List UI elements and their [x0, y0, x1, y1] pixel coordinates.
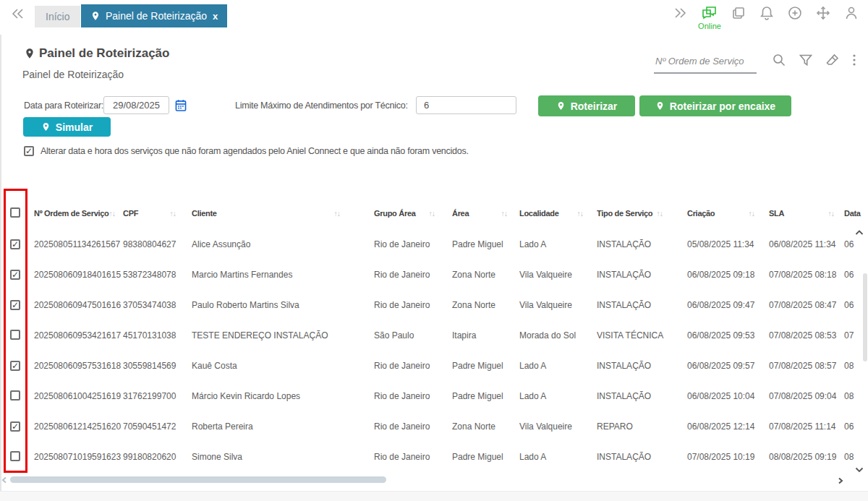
col-cpf[interactable]: CPF↑↓ — [123, 197, 192, 229]
alter-checkbox[interactable]: ✓ — [24, 146, 34, 156]
row-checkbox[interactable]: ✓ — [10, 421, 20, 432]
cell-ordem-servico: 202508060953421617 — [34, 320, 123, 351]
sort-icon[interactable]: ↑↓ — [828, 209, 835, 218]
cell-localidade: Vila Valqueire — [519, 260, 597, 290]
cell-sla: 07/08/2025 08:53 — [769, 320, 844, 351]
cell-grupo-area: Rio de Janeiro — [374, 351, 452, 381]
tab-inicio[interactable]: Início — [35, 6, 80, 27]
collapse-tabs-icon[interactable] — [9, 6, 25, 22]
col-criacao[interactable]: Criação↑↓ — [687, 197, 769, 229]
scroll-down-icon[interactable] — [855, 467, 864, 473]
bell-icon[interactable] — [759, 5, 775, 21]
table-row[interactable]: ✓ 202508060947501616 37053474038 Paulo R… — [0, 290, 868, 320]
simular-button[interactable]: Simular — [23, 117, 111, 137]
sort-icon[interactable]: ↑↓ — [429, 209, 435, 218]
row-checkbox[interactable]: ✓ — [10, 270, 20, 280]
col-localidade[interactable]: Localidade↑↓ — [519, 197, 597, 229]
table-row[interactable]: ✓ 202508060918401615 53872348078 Marcio … — [0, 260, 868, 290]
cell-cpf: 99180820620 — [123, 442, 192, 472]
sort-icon[interactable]: ↑↓ — [577, 209, 584, 218]
scroll-up-icon[interactable] — [855, 230, 864, 236]
more-vertical-icon[interactable] — [852, 52, 856, 68]
limit-label: Limite Máximo de Atendimentos por Técnic… — [235, 100, 408, 111]
sort-icon[interactable]: ↑↓ — [657, 209, 663, 218]
cell-criacao: 06/08/2025 09:18 — [687, 260, 769, 290]
row-checkbox[interactable] — [10, 330, 20, 340]
search-input[interactable]: Nº Ordem de Serviço — [654, 48, 757, 74]
tab-close-icon[interactable]: x — [213, 11, 218, 22]
roteirizar-encaixe-label: Roteirizar por encaixe — [670, 100, 775, 112]
row-checkbox[interactable]: ✓ — [10, 361, 20, 371]
cell-criacao: 06/08/2025 10:04 — [687, 381, 769, 411]
sort-icon[interactable]: ↑↓ — [334, 209, 341, 218]
table-body: ✓ 202508051134261567 98380804627 Alice A… — [0, 229, 868, 472]
cell-localidade: Vila Valqueire — [519, 290, 597, 320]
cell-tipo-servico: INSTALAÇÃO — [597, 229, 687, 260]
table-row[interactable]: ✓ 202508060957531618 30559814569 Kauê Co… — [0, 351, 868, 381]
routing-form: Data para Roteirizar: 29/08/2025 Limite … — [22, 96, 864, 117]
move-icon[interactable] — [815, 5, 831, 21]
cell-cpf: 37053474038 — [123, 290, 192, 320]
table-row[interactable]: ✓ 202508061214251620 70590451472 Roberta… — [0, 411, 868, 442]
search-icon[interactable] — [771, 52, 787, 68]
chat-icon[interactable]: Online — [701, 5, 718, 21]
cell-tipo-servico: REPARO — [597, 411, 687, 442]
cell-data: 06 — [844, 411, 868, 442]
row-checkbox[interactable] — [10, 390, 20, 401]
tab-painel-roteirizacao[interactable]: Painel de Roteirização x — [81, 4, 227, 27]
col-sla[interactable]: SLA↑↓ — [769, 197, 844, 229]
row-checkbox[interactable]: ✓ — [10, 239, 20, 249]
page-title-label: Painel de Roteirização — [39, 46, 169, 61]
cell-tipo-servico: INSTALAÇÃO — [597, 442, 687, 472]
cell-criacao: 05/08/2025 11:34 — [687, 229, 769, 260]
table-row[interactable]: 202508071019591623 99180820620 Simone Si… — [0, 442, 868, 472]
cell-cpf: 45170131038 — [123, 320, 192, 351]
cell-cpf: 98380804627 — [123, 229, 192, 260]
cell-cpf: 30559814569 — [123, 351, 192, 381]
pin-icon — [41, 122, 51, 132]
filter-icon[interactable] — [799, 52, 813, 68]
roteirizar-button[interactable]: Roteirizar — [538, 95, 635, 116]
vertical-scrollbar-thumb[interactable] — [863, 273, 867, 361]
sort-icon[interactable]: ↑↓ — [109, 209, 115, 218]
cell-cliente: Paulo Roberto Martins Silva — [192, 290, 374, 320]
cell-ordem-servico: 202508051134261567 — [34, 229, 123, 260]
row-checkbox[interactable]: ✓ — [10, 300, 20, 310]
toolbar: Online — [673, 5, 859, 21]
col-area[interactable]: Área↑↓ — [452, 197, 519, 229]
limit-input[interactable]: 6 — [416, 96, 516, 114]
cell-cliente: Márcio Kevin Ricardo Lopes — [192, 381, 374, 411]
row-checkbox[interactable] — [10, 451, 20, 461]
scroll-left-icon[interactable] — [1, 476, 7, 484]
cell-grupo-area: São Paulo — [374, 320, 452, 351]
calendar-icon[interactable] — [174, 98, 187, 113]
copy-icon[interactable] — [731, 5, 746, 21]
cell-localidade: Lado A — [519, 351, 597, 381]
cell-grupo-area: Rio de Janeiro — [374, 442, 452, 472]
fast-forward-icon[interactable] — [673, 5, 689, 21]
col-grupo-area[interactable]: Grupo Área↑↓ — [374, 197, 452, 229]
cell-tipo-servico: INSTALAÇÃO — [597, 290, 687, 320]
col-tipo-servico[interactable]: Tipo de Serviço↑↓ — [597, 197, 687, 229]
col-ordem-servico[interactable]: Nº Ordem de Serviço↑↓ — [34, 197, 123, 229]
sort-icon[interactable]: ↑↓ — [170, 209, 176, 218]
roteirizar-encaixe-button[interactable]: Roteirizar por encaixe — [639, 95, 791, 116]
scroll-right-icon[interactable] — [838, 477, 843, 484]
horizontal-scrollbar-thumb[interactable] — [10, 476, 386, 483]
page-subtitle: Painel de Roteirização — [22, 69, 124, 80]
date-input[interactable]: 29/08/2025 — [103, 96, 169, 114]
user-icon[interactable] — [843, 5, 859, 21]
select-all-checkbox[interactable] — [10, 207, 20, 218]
eraser-icon[interactable] — [825, 52, 841, 68]
cell-ordem-servico: 202508060947501616 — [34, 290, 123, 320]
col-data[interactable]: Data — [844, 197, 868, 229]
col-cliente[interactable]: Cliente↑↓ — [192, 197, 374, 229]
sort-icon[interactable]: ↑↓ — [501, 209, 508, 218]
pin-icon — [556, 101, 566, 111]
table-row[interactable]: 202508061004251619 31762199700 Márcio Ke… — [0, 381, 868, 411]
sort-icon[interactable]: ↑↓ — [749, 209, 755, 218]
add-circle-icon[interactable] — [787, 5, 803, 21]
table-row[interactable]: 202508060953421617 45170131038 TESTE END… — [0, 320, 868, 351]
table-row[interactable]: ✓ 202508051134261567 98380804627 Alice A… — [0, 229, 868, 260]
cell-grupo-area: Rio de Janeiro — [374, 229, 452, 260]
